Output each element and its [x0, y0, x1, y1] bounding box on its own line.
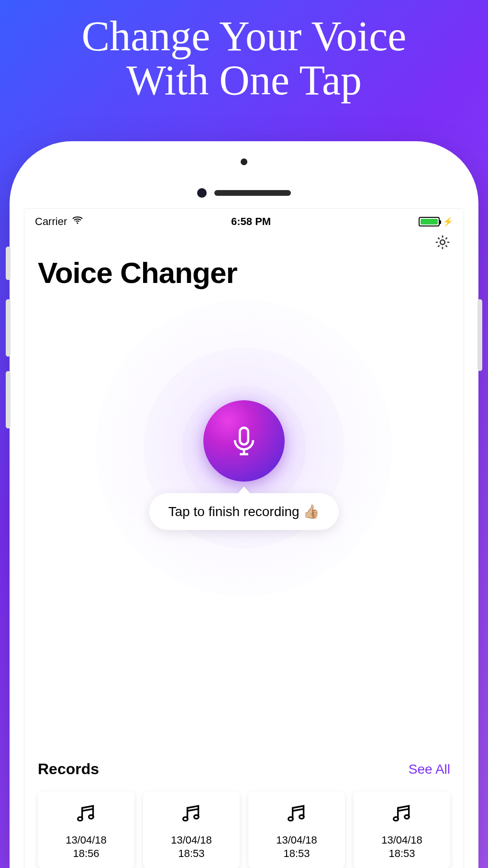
svg-point-3: [78, 817, 83, 821]
music-note-icon: [74, 802, 98, 828]
phone-camera-dot: [241, 158, 247, 165]
microphone-icon: [227, 424, 261, 458]
tooltip-text: Tap to finish recording 👍🏼: [168, 504, 320, 519]
see-all-link[interactable]: See All: [409, 762, 450, 777]
svg-point-10: [405, 815, 410, 819]
record-button[interactable]: [203, 400, 285, 482]
record-item[interactable]: 13/04/18 18:56: [38, 791, 134, 868]
svg-point-4: [89, 815, 94, 819]
status-time: 6:58 PM: [231, 215, 271, 228]
record-timestamp: 13/04/18 18:53: [171, 834, 212, 860]
settings-button[interactable]: [434, 234, 451, 253]
record-item[interactable]: 13/04/18 18:53: [143, 791, 240, 868]
records-list: 13/04/18 18:56: [38, 791, 450, 868]
promo-line1: Change Your Voice: [0, 14, 488, 58]
record-tooltip: Tap to finish recording 👍🏼: [149, 493, 339, 530]
svg-point-1: [440, 240, 445, 245]
svg-point-5: [183, 817, 188, 821]
svg-point-6: [194, 815, 199, 819]
music-note-icon: [285, 802, 309, 828]
record-timestamp: 13/04/18 18:53: [381, 834, 422, 860]
promo-line2: With One Tap: [0, 58, 488, 102]
svg-point-9: [394, 817, 399, 821]
records-section: Records See All: [24, 760, 464, 868]
music-note-icon: [179, 802, 203, 828]
music-note-icon: [390, 802, 414, 828]
charging-icon: ⚡: [443, 216, 453, 227]
svg-point-7: [288, 817, 293, 821]
phone-side-button: [6, 371, 11, 428]
phone-sensor-dot: [197, 188, 207, 198]
record-item[interactable]: 13/04/18 18:53: [248, 791, 345, 868]
phone-side-button: [6, 247, 11, 280]
records-title: Records: [38, 760, 99, 778]
record-area: Tap to finish recording 👍🏼: [24, 400, 464, 530]
record-item[interactable]: 13/04/18 18:53: [354, 791, 450, 868]
status-bar: Carrier 6:58 PM ⚡: [24, 209, 464, 229]
record-timestamp: 13/04/18 18:53: [276, 834, 317, 860]
phone-top-bar: [24, 156, 464, 208]
battery-icon: [419, 217, 440, 226]
phone-screen: Carrier 6:58 PM ⚡: [24, 208, 464, 868]
phone-side-button: [6, 299, 11, 357]
wifi-icon: [72, 214, 83, 229]
phone-frame: Carrier 6:58 PM ⚡: [10, 141, 478, 868]
svg-point-8: [299, 815, 304, 819]
svg-rect-2: [240, 428, 248, 444]
page-title: Voice Changer: [24, 253, 464, 290]
phone-speaker-slot: [214, 190, 291, 196]
record-timestamp: 13/04/18 18:56: [66, 834, 107, 860]
phone-side-button: [477, 299, 482, 371]
carrier-label: Carrier: [35, 215, 67, 228]
svg-point-0: [77, 222, 78, 224]
promo-headline: Change Your Voice With One Tap: [0, 0, 488, 103]
